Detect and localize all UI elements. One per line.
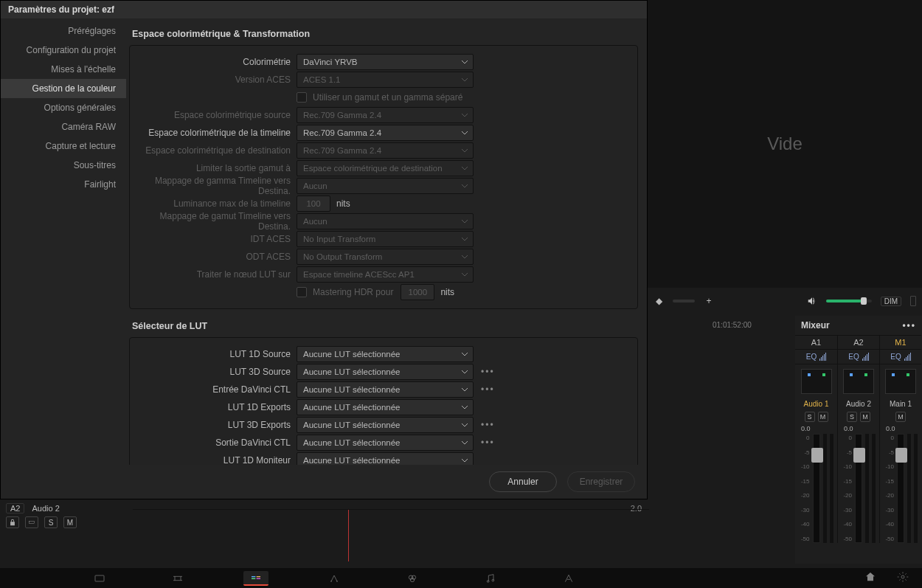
mute-button[interactable]: M [895,412,906,422]
nav-item-presets[interactable]: Préréglages [1,21,126,41]
pan-control[interactable] [885,369,916,394]
fader[interactable]: 0-5-10-15-20-30-40-50 [800,434,833,543]
dropdown-l3dsrc[interactable]: Aucune LUT sélectionnée [297,364,474,380]
mute-button[interactable]: M [818,412,828,422]
svg-point-7 [336,581,337,581]
timeline-strip[interactable] [133,509,649,542]
dropdown-aces-version: ACES 1.1 [297,72,474,88]
dim-button[interactable]: DIM [881,297,901,306]
marker-icon[interactable]: ◆ [654,296,664,306]
fader[interactable]: 0-5-10-15-20-30-40-50 [842,434,876,543]
checkbox-separate-gamut[interactable] [297,92,307,103]
label-colorimetrie: Colorimétrie [136,57,297,67]
dialog-nav: Préréglages Configuration du projet Mise… [1,18,126,465]
gain-value: 0.0 [801,425,811,432]
more-l3dexp-icon[interactable]: ••• [481,420,495,430]
dropdown-dst-space: Rec.709 Gamma 2.4 [297,142,474,159]
nav-item-capture-playback[interactable]: Capture et lecture [1,136,126,156]
dropdown-l1dexp[interactable]: Aucune LUT sélectionnée [297,399,474,415]
add-icon[interactable]: + [704,296,714,306]
dropdown-l1dmon[interactable]: Aucune LUT sélectionnée [297,452,474,465]
pan-control[interactable] [801,369,832,394]
nav-item-project-config[interactable]: Configuration du projet [1,41,126,60]
nav-item-color-management[interactable]: Gestion de la couleur [1,79,126,98]
fader[interactable]: 0-5-10-15-20-30-40-50 [884,434,918,543]
cancel-button[interactable]: Annuler [489,471,557,492]
dropdown-gamma-map: Aucun [297,178,474,194]
eq-button[interactable]: EQ [880,350,921,364]
page-deliver-icon[interactable] [556,571,581,586]
dialog-footer: Annuler Enregistrer [1,465,647,499]
chevron-down-icon [461,111,468,119]
settings-icon[interactable] [897,571,909,585]
mixer-col-header[interactable]: A2 [838,335,879,350]
link-icon[interactable] [25,516,38,528]
more-outctl-icon[interactable]: ••• [481,437,495,448]
dropdown-outctl[interactable]: Aucune LUT sélectionnée [297,435,474,451]
solo-button[interactable]: S [805,412,815,422]
timeline-ruler: 01:01:52:00 [648,321,795,333]
nav-item-camera-raw[interactable]: Caméra RAW [1,117,126,136]
dropdown-l1dsrc[interactable]: Aucune LUT sélectionnée [297,346,474,362]
dropdown-src-space: Rec.709 Gamma 2.4 [297,107,474,123]
label-l1dmon: LUT 1D Moniteur [136,455,297,465]
dialog-title: Paramètres du projet: ezf [1,1,647,18]
viewer-panel: Vide [648,0,922,288]
lock-icon[interactable] [6,516,19,528]
mixer-options-icon[interactable]: ••• [902,320,916,331]
dropdown-gamut-map: Aucun [297,213,474,229]
label-src-space: Espace colorimétrique source [136,110,297,120]
meter-toggle[interactable] [910,296,916,306]
mixer-col-header[interactable]: M1 [880,335,921,350]
volume-icon[interactable] [807,296,817,306]
label-lut-node: Traiter le nœud LUT sur [136,269,297,280]
more-l3dsrc-icon[interactable]: ••• [481,367,495,377]
svg-point-13 [901,575,904,578]
label-dst-space: Espace colorimétrique de destination [136,145,297,156]
dropdown-inctl[interactable]: Aucune LUT sélectionnée [297,381,474,398]
nav-item-fairlight[interactable]: Fairlight [1,175,126,194]
page-edit-icon[interactable] [243,571,268,586]
nav-item-general[interactable]: Options générales [1,98,126,117]
section-colorspace-title: Espace colorimétrique & Transformation [129,24,638,45]
chevron-down-icon [461,76,468,83]
page-fusion-icon[interactable] [322,571,347,586]
input-mastering-hdr: 1000 [401,284,434,300]
section-lut-title: Sélecteur de LUT [129,317,638,337]
nav-item-scaling[interactable]: Mises à l'échelle [1,60,126,79]
more-inctl-icon[interactable]: ••• [481,384,495,395]
dropdown-l3dexp[interactable]: Aucune LUT sélectionnée [297,417,474,433]
track-tag[interactable]: A2 [6,503,24,513]
home-icon[interactable] [864,571,876,585]
dropdown-odt-aces: No Output Transform [297,249,474,265]
eq-button[interactable]: EQ [795,350,837,364]
solo-button[interactable]: S [847,412,857,422]
dropdown-colorimetrie[interactable]: DaVinci YRVB [297,54,474,70]
volume-slider[interactable] [826,300,872,302]
pan-control[interactable] [843,369,874,394]
eq-button[interactable]: EQ [838,350,879,364]
track-name: Audio 2 [32,504,59,513]
dropdown-timeline-space[interactable]: Rec.709 Gamma 2.4 [297,125,474,141]
chevron-down-icon [461,457,468,464]
zoom-slider[interactable] [673,300,695,302]
page-media-icon[interactable] [87,571,112,586]
label-odt-aces: ODT ACES [136,252,297,262]
nav-item-subtitles[interactable]: Sous-titres [1,156,126,175]
chevron-down-icon [461,129,468,136]
playhead[interactable] [348,510,349,561]
label-l1dexp: LUT 1D Exports [136,402,297,412]
mixer-col-header[interactable]: A1 [795,335,837,350]
mute-button[interactable]: M [860,412,870,422]
page-bar [0,568,922,588]
label-timeline-space: Espace colorimétrique de la timeline [136,128,297,138]
page-fairlight-icon[interactable] [478,571,503,586]
solo-button[interactable]: S [44,516,58,528]
dialog-content: Espace colorimétrique & Transformation C… [126,18,647,465]
svg-rect-5 [257,578,260,578]
page-cut-icon[interactable] [165,571,190,586]
mixer-panel: Mixeur ••• A1EQAudio 1SM0.00-5-10-15-20-… [795,316,922,564]
page-color-icon[interactable] [400,571,425,586]
save-button: Enregistrer [567,471,635,492]
mute-button[interactable]: M [63,516,77,528]
